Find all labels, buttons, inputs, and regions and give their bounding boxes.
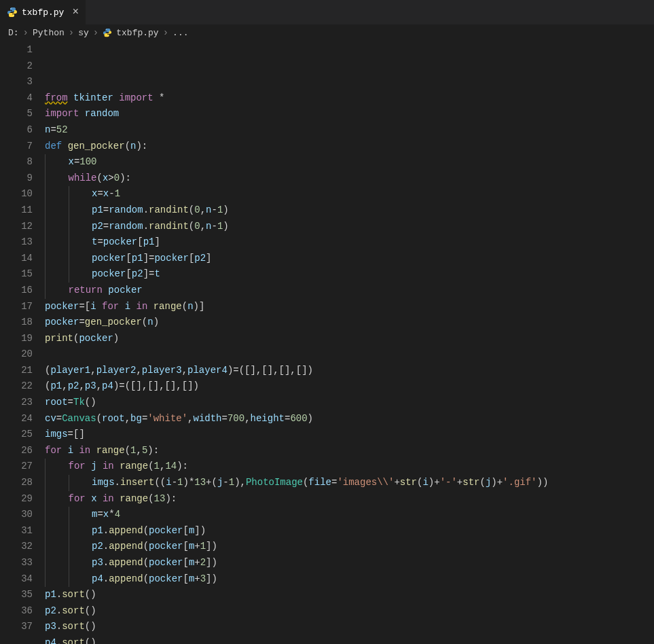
- python-file-icon: [103, 28, 112, 37]
- chevron-right-icon: ›: [162, 27, 170, 38]
- line-number: 37: [0, 619, 33, 635]
- code-line[interactable]: p3.append(pocker[m+2]): [45, 555, 654, 571]
- tab-bar: txbfp.py ×: [0, 0, 654, 24]
- line-number: 7: [0, 139, 33, 155]
- line-number: 8: [0, 154, 33, 171]
- tab-filename: txbfp.py: [22, 7, 64, 18]
- code-line[interactable]: imgs.insert((i-1)*13+(j-1),PhotoImage(fi…: [45, 475, 654, 491]
- svg-point-2: [106, 29, 107, 30]
- line-number: 25: [0, 427, 33, 443]
- line-number: 27: [0, 459, 33, 475]
- line-number: 9: [0, 171, 33, 187]
- line-number: 6: [0, 122, 33, 139]
- line-number: 13: [0, 234, 33, 251]
- editor[interactable]: 1234567891011121314151617181920212223242…: [0, 41, 654, 644]
- close-icon[interactable]: ×: [72, 7, 79, 18]
- code-line[interactable]: p2=random.randint(0,n-1): [45, 219, 654, 235]
- line-number: 24: [0, 411, 33, 427]
- breadcrumb-part[interactable]: ...: [172, 28, 188, 38]
- code-line[interactable]: return pocker: [45, 283, 654, 299]
- code-line[interactable]: def gen_pocker(n):: [45, 139, 654, 155]
- line-number: 22: [0, 378, 33, 395]
- code-line[interactable]: x=x-1: [45, 186, 654, 202]
- line-number: 33: [0, 555, 33, 571]
- breadcrumb: D: › Python › sy › txbfp.py › ...: [0, 24, 654, 41]
- line-number: 4: [0, 90, 33, 107]
- chevron-right-icon: ›: [22, 27, 30, 38]
- line-number: 26: [0, 443, 33, 459]
- svg-point-0: [10, 8, 11, 9]
- code-line[interactable]: for i in range(1,5):: [45, 443, 654, 459]
- svg-point-3: [109, 35, 109, 36]
- code-line[interactable]: (player1,player2,player3,player4)=([],[]…: [45, 363, 654, 379]
- code-line[interactable]: for j in range(1,14):: [45, 459, 654, 475]
- code-line[interactable]: n=52: [45, 122, 654, 139]
- code-area[interactable]: from tkinter import *import randomn=52de…: [45, 41, 654, 644]
- code-line[interactable]: p4.sort(): [45, 635, 654, 644]
- code-line[interactable]: p2.append(pocker[m+1]): [45, 539, 654, 555]
- code-line[interactable]: while(x>0):: [45, 171, 654, 187]
- line-number: 16: [0, 283, 33, 299]
- line-number: 10: [0, 186, 33, 202]
- breadcrumb-part[interactable]: sy: [78, 28, 89, 38]
- code-line[interactable]: p1.append(pocker[m]): [45, 523, 654, 539]
- chevron-right-icon: ›: [67, 27, 75, 38]
- line-number: 23: [0, 395, 33, 411]
- line-number: 31: [0, 523, 33, 539]
- line-number: 19: [0, 331, 33, 347]
- code-line[interactable]: t=pocker[p1]: [45, 234, 654, 251]
- chevron-right-icon: ›: [92, 27, 100, 38]
- breadcrumb-part[interactable]: D:: [8, 28, 19, 38]
- line-number: 2: [0, 58, 33, 75]
- code-line[interactable]: p4.append(pocker[m+3]): [45, 571, 654, 588]
- breadcrumb-part[interactable]: txbfp.py: [116, 28, 158, 38]
- line-number: 20: [0, 346, 33, 363]
- line-number-gutter: 1234567891011121314151617181920212223242…: [0, 41, 45, 644]
- code-line[interactable]: pocker[p2]=t: [45, 266, 654, 283]
- code-line[interactable]: pocker[p1]=pocker[p2]: [45, 251, 654, 267]
- code-line[interactable]: pocker=[i for i in range(n)]: [45, 299, 654, 315]
- line-number: 17: [0, 299, 33, 315]
- code-line[interactable]: for x in range(13):: [45, 491, 654, 507]
- line-number: 28: [0, 475, 33, 491]
- code-line[interactable]: p3.sort(): [45, 619, 654, 635]
- code-line[interactable]: cv=Canvas(root,bg='white',width=700,heig…: [45, 411, 654, 427]
- code-line[interactable]: from tkinter import *: [45, 90, 654, 107]
- code-line[interactable]: pocker=gen_pocker(n): [45, 315, 654, 331]
- line-number: 29: [0, 491, 33, 507]
- minimap[interactable]: [647, 41, 654, 644]
- code-line[interactable]: p1.sort(): [45, 587, 654, 603]
- code-line[interactable]: imgs=[]: [45, 427, 654, 443]
- svg-point-1: [13, 16, 14, 16]
- code-line[interactable]: m=x*4: [45, 507, 654, 523]
- line-number: 12: [0, 219, 33, 235]
- line-number: 36: [0, 603, 33, 620]
- line-number: 15: [0, 266, 33, 283]
- python-file-icon: [7, 7, 18, 18]
- code-line[interactable]: p2.sort(): [45, 603, 654, 620]
- code-line[interactable]: x=100: [45, 154, 654, 171]
- code-line[interactable]: print(pocker): [45, 331, 654, 347]
- line-number: 18: [0, 315, 33, 331]
- code-line[interactable]: import random: [45, 106, 654, 122]
- line-number: 21: [0, 363, 33, 379]
- tab-active[interactable]: txbfp.py ×: [0, 0, 86, 24]
- breadcrumb-part[interactable]: Python: [33, 28, 65, 38]
- line-number: 5: [0, 106, 33, 122]
- line-number: 34: [0, 571, 33, 588]
- code-line[interactable]: p1=random.randint(0,n-1): [45, 202, 654, 219]
- code-line[interactable]: [45, 346, 654, 363]
- code-line[interactable]: (p1,p2,p3,p4)=([],[],[],[]): [45, 378, 654, 395]
- line-number: 35: [0, 587, 33, 603]
- line-number: 14: [0, 251, 33, 267]
- line-number: 32: [0, 539, 33, 555]
- line-number: 11: [0, 202, 33, 219]
- line-number: 3: [0, 74, 33, 90]
- line-number: 1: [0, 42, 33, 58]
- code-line[interactable]: root=Tk(): [45, 395, 654, 411]
- line-number: 30: [0, 507, 33, 523]
